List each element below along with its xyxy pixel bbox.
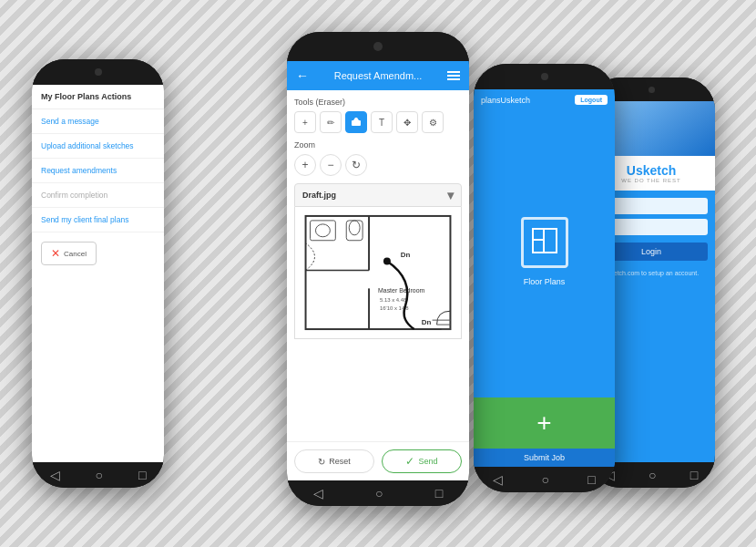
floor-plans-label: Floor Plans <box>519 273 570 291</box>
left-nav-bar: ◁ ○ □ <box>32 462 164 488</box>
reset-button[interactable]: ↻ Reset <box>294 449 374 473</box>
floor-plan-icon <box>521 217 568 268</box>
svg-text:Master Bedroom: Master Bedroom <box>378 287 425 294</box>
center-app-bar: ← Request Amendm... <box>287 61 469 90</box>
menu-item-final-plans[interactable]: Send my client final plans <box>32 208 164 232</box>
eraser-tool-button[interactable] <box>345 111 367 133</box>
svg-rect-0 <box>352 120 361 126</box>
home-nav-icon-r1[interactable]: ○ <box>542 472 549 487</box>
r1-nav-bar: ◁ ○ □ <box>474 467 615 492</box>
home-nav-icon-center[interactable]: ○ <box>375 486 383 501</box>
center-app-bar-title: Request Amendm... <box>334 70 423 81</box>
bottom-actions: ↻ Reset ✓ Send <box>287 441 469 480</box>
draft-header: Draft.jpg ▾ <box>294 183 462 207</box>
draft-image: Master Bedroom 5.13 x 4.48 16'10 x 14'8 … <box>294 207 462 339</box>
svg-text:Dn: Dn <box>401 251 411 259</box>
r1-app-bar: plansUsketch Logout <box>474 89 615 110</box>
back-arrow-icon[interactable]: ← <box>296 68 309 83</box>
tools-label: Tools (Eraser) <box>294 98 462 107</box>
cancel-button[interactable]: ✕ Cancel <box>41 242 97 265</box>
r2-logo-text: Usketch <box>627 163 676 178</box>
back-nav-icon[interactable]: ◁ <box>50 468 60 482</box>
back-nav-icon-r1[interactable]: ◁ <box>493 472 503 487</box>
menu-item-message[interactable]: Send a message <box>32 109 164 134</box>
zoom-row: + − ↻ <box>294 154 462 176</box>
tools-section: Tools (Eraser) + ✏ T ✥ ⚙ <box>294 98 462 133</box>
recent-nav-icon-r1[interactable]: □ <box>587 472 595 487</box>
svg-marker-1 <box>353 118 359 120</box>
back-nav-icon-center[interactable]: ◁ <box>313 486 323 501</box>
zoom-in-button[interactable]: + <box>294 154 316 176</box>
zoom-reset-button[interactable]: ↻ <box>345 154 367 176</box>
menu-item-confirm: Confirm completion <box>32 183 164 208</box>
settings-tool-button[interactable]: ⚙ <box>422 111 444 133</box>
send-label: Send <box>418 457 437 466</box>
floor-plan-svg: Master Bedroom 5.13 x 4.48 16'10 x 14'8 … <box>295 207 461 338</box>
draft-chevron-icon[interactable]: ▾ <box>447 188 454 202</box>
left-menu: Send a message Upload additional sketche… <box>32 109 164 232</box>
zoom-label: Zoom <box>294 140 462 150</box>
menu-item-amendments[interactable]: Request amendments <box>32 159 164 183</box>
draft-filename: Draft.jpg <box>302 191 336 200</box>
r1-app-bar-title: plansUsketch <box>481 96 530 105</box>
home-nav-icon-r2[interactable]: ○ <box>649 468 656 482</box>
text-tool-button[interactable]: T <box>371 111 393 133</box>
zoom-out-button[interactable]: − <box>320 154 342 176</box>
add-tool-button[interactable]: + <box>294 111 316 133</box>
phone-right1: plansUsketch Logout Floor Plans + <box>474 64 615 492</box>
center-nav-bar: ◁ ○ □ <box>287 480 469 506</box>
move-tool-button[interactable]: ✥ <box>396 111 418 133</box>
svg-text:Dn: Dn <box>422 318 432 326</box>
home-nav-icon[interactable]: ○ <box>96 468 103 482</box>
left-header: My Floor Plans Actions <box>32 85 164 109</box>
tools-row: + ✏ T ✥ ⚙ <box>294 111 462 133</box>
svg-point-14 <box>383 258 391 265</box>
r1-content: Floor Plans + Submit Job <box>474 110 615 467</box>
center-content: Tools (Eraser) + ✏ T ✥ ⚙ Zoom <box>287 90 469 441</box>
logout-button[interactable]: Logout <box>575 95 608 105</box>
cancel-label: Cancel <box>64 250 87 258</box>
zoom-section: Zoom + − ↻ <box>294 140 462 176</box>
cancel-x-icon: ✕ <box>51 247 60 260</box>
r2-logo-sub: WE DO THE REST <box>621 178 681 183</box>
phone-left: My Floor Plans Actions Send a message Up… <box>32 59 164 488</box>
add-job-button[interactable]: + <box>474 397 615 449</box>
send-check-icon: ✓ <box>405 455 414 468</box>
reset-icon: ↻ <box>318 457 325 467</box>
recent-nav-icon[interactable]: □ <box>138 468 146 482</box>
phone-center: ← Request Amendm... Tools (Eraser) + ✏ <box>287 32 469 506</box>
pencil-tool-button[interactable]: ✏ <box>320 111 342 133</box>
send-button[interactable]: ✓ Send <box>382 449 462 473</box>
draft-container: Draft.jpg ▾ <box>294 183 462 339</box>
svg-rect-2 <box>297 207 460 338</box>
hamburger-menu-icon[interactable] <box>447 71 460 80</box>
recent-nav-icon-r2[interactable]: □ <box>690 468 698 482</box>
phones-container: My Floor Plans Actions Send a message Up… <box>23 14 733 533</box>
svg-text:5.13 x 4.48: 5.13 x 4.48 <box>380 297 407 303</box>
floor-plan-icon-area: Floor Plans <box>474 110 615 397</box>
menu-item-upload[interactable]: Upload additional sketches <box>32 134 164 159</box>
plus-icon: + <box>536 408 551 438</box>
submit-job-label: Submit Job <box>474 449 615 467</box>
left-header-title: My Floor Plans Actions <box>41 92 155 101</box>
reset-label: Reset <box>329 457 351 466</box>
recent-nav-icon-center[interactable]: □ <box>435 486 443 501</box>
